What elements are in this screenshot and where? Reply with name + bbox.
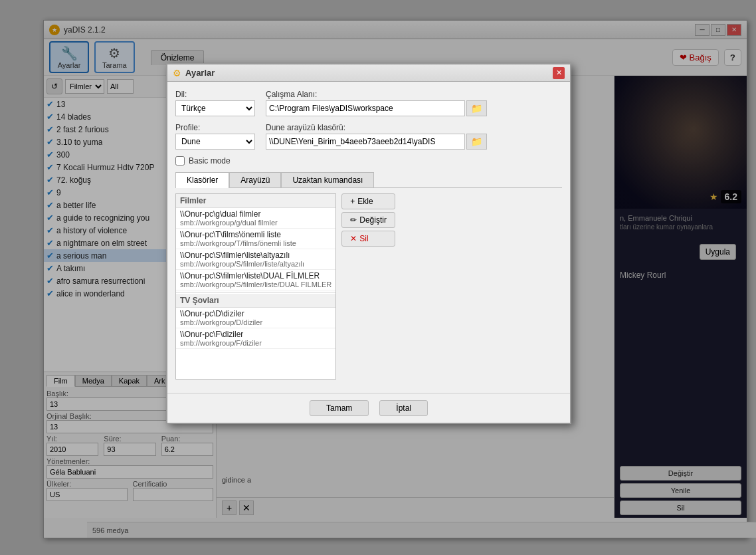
dialog-close-button[interactable]: ✕ (553, 67, 565, 79)
dialog-settings-icon: ⚙ (173, 68, 181, 78)
folder-entry[interactable]: \\Onur-pc\g\dual filmler smb://workgroup… (176, 208, 335, 229)
workspace-group: Çalışma Alanı: 📁 (266, 90, 562, 116)
tv-category: TV Şovları (176, 294, 335, 308)
delete-icon: ✕ (350, 234, 357, 243)
edit-icon: ✏ (350, 215, 357, 225)
profile-label: Profile: (175, 123, 255, 132)
tab-klasorler[interactable]: Klasörler (175, 172, 229, 188)
folder-entry[interactable]: \\Onur-pc\T\films\önemli liste smb://wor… (176, 229, 335, 249)
settings-dialog: ⚙ Ayarlar ✕ Dil: Türkçe Çalışma Alanı: 📁 (166, 63, 571, 424)
movies-category: Filmler (176, 194, 335, 208)
workspace-browse-button[interactable]: 📁 (466, 100, 487, 116)
workspace-input[interactable] (266, 100, 465, 116)
language-workspace-row: Dil: Türkçe Çalışma Alanı: 📁 (175, 90, 562, 116)
language-group: Dil: Türkçe (175, 90, 255, 116)
profile-dune-row: Profile: Dune Dune arayüzü klasörü: 📁 (175, 123, 562, 150)
folder-entry[interactable]: \\Onur-pc\F\diziler smb://workgroup/F/di… (176, 328, 335, 349)
basic-mode-row: Basic mode (175, 156, 562, 166)
tab-arayuzu[interactable]: Arayüzü (229, 172, 281, 187)
folders-table-wrapper: Filmler \\Onur-pc\g\dual filmler smb://w… (175, 193, 562, 385)
delete-folder-button[interactable]: ✕ Sil (341, 231, 395, 247)
language-label: Dil: (175, 90, 255, 99)
folder-entry[interactable]: \\Onur-pc\S\filmler\liste\altyazılı smb:… (176, 249, 335, 270)
dialog-title-left: ⚙ Ayarlar (173, 68, 215, 78)
dune-folder-browse-button[interactable]: 📁 (466, 134, 487, 150)
dialog-content: Dil: Türkçe Çalışma Alanı: 📁 Profile: Du… (167, 82, 570, 393)
folder-entry[interactable]: \\Onur-pc\S\filmler\liste\DUAL FİLMLER s… (176, 270, 335, 290)
cancel-button[interactable]: İptal (379, 400, 428, 416)
language-select[interactable]: Türkçe (175, 100, 255, 116)
tab-uzaktan[interactable]: Uzaktan kumandası (281, 172, 374, 187)
add-icon: + (350, 197, 355, 206)
dialog-title: Ayarlar (185, 68, 215, 78)
folder-entry[interactable]: \\Onur-pc\D\diziler smb://workgroup/D/di… (176, 308, 335, 328)
dialog-tabs: Klasörler Arayüzü Uzaktan kumandası (175, 172, 562, 188)
edit-folder-button[interactable]: ✏ Değiştir (341, 212, 395, 228)
ok-button[interactable]: Tamam (310, 400, 369, 416)
profile-group: Profile: Dune (175, 123, 255, 150)
folder-actions: + Ekle ✏ Değiştir ✕ Sil (341, 193, 395, 385)
dialog-title-bar: ⚙ Ayarlar ✕ (167, 64, 570, 82)
dialog-footer: Tamam İptal (167, 393, 570, 423)
add-folder-button[interactable]: + Ekle (341, 193, 395, 209)
basic-mode-checkbox[interactable] (175, 156, 185, 166)
dune-folder-group: Dune arayüzü klasörü: 📁 (266, 123, 562, 150)
dune-folder-label: Dune arayüzü klasörü: (266, 123, 562, 132)
dune-folder-input[interactable] (266, 134, 465, 150)
profile-select[interactable]: Dune (175, 134, 255, 150)
folders-container: Filmler \\Onur-pc\g\dual filmler smb://w… (175, 193, 336, 380)
workspace-label: Çalışma Alanı: (266, 90, 562, 99)
basic-mode-label: Basic mode (189, 156, 231, 166)
